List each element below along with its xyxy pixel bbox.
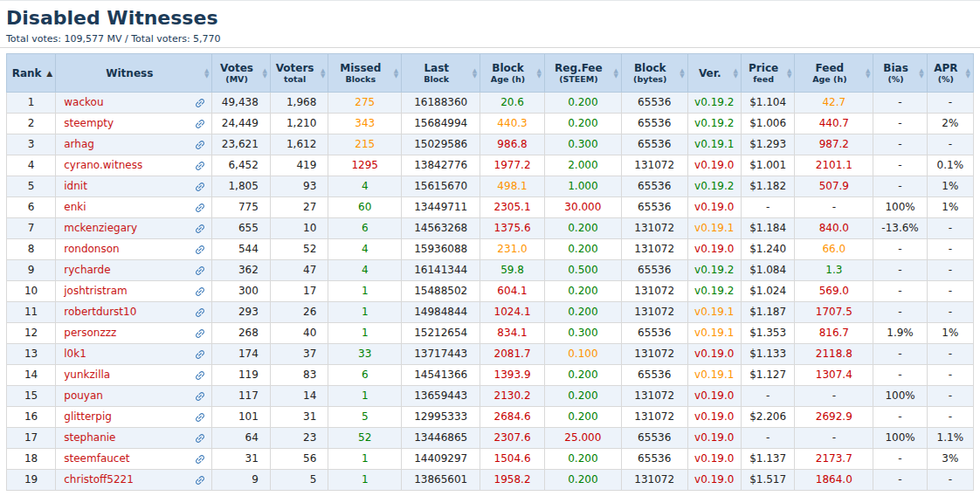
witness-chain-link-icon[interactable] [191, 409, 209, 426]
cell-block_age: 1977.2 [480, 155, 545, 176]
witness-name-link[interactable]: arhag [64, 138, 94, 151]
cell-feed_age: 2173.7 [795, 449, 873, 470]
table-row: 1wackou49,4381,9682751618836020.60.20065… [7, 93, 974, 114]
witness-name-link[interactable]: rycharde [64, 264, 110, 277]
cell-block_bytes: 131072 [621, 386, 687, 407]
cell-block_bytes: 131072 [621, 470, 687, 491]
column-header-apr[interactable]: APR(%)▲▼ [927, 54, 973, 93]
witness-chain-link-icon[interactable] [191, 136, 209, 154]
column-header-missed[interactable]: MissedBlocks▲▼ [328, 54, 402, 93]
column-header-voters[interactable]: Voterstotal▲▼ [270, 54, 328, 93]
witness-chain-link-icon[interactable] [191, 178, 209, 196]
witness-name-link[interactable]: robertdurst10 [64, 306, 136, 319]
cell-block_age: 1504.6 [480, 449, 545, 470]
witness-name-link[interactable]: wackou [64, 96, 103, 109]
cell-last_block: 14984844 [402, 302, 480, 323]
witness-name-link[interactable]: steemfaucet [64, 452, 129, 465]
cell-voters: 23 [270, 428, 328, 449]
witness-name-link[interactable]: rondonson [64, 243, 119, 256]
cell-feed_age: 2692.9 [795, 407, 873, 428]
column-sublabel: (STEEM) [548, 74, 610, 84]
cell-voters: 1,612 [270, 134, 328, 155]
witness-chain-link-icon[interactable] [191, 220, 209, 238]
column-header-votes[interactable]: Votes(MV)▲▼ [212, 54, 271, 93]
witness-chain-link-icon[interactable] [191, 367, 209, 384]
witness-name-link[interactable]: christoff5221 [64, 473, 134, 486]
cell-price_feed: $1.240 [741, 239, 794, 260]
witness-name-link[interactable]: pouyan [64, 389, 103, 403]
column-header-price_feed[interactable]: Pricefeed▲▼ [741, 54, 794, 93]
witness-name-link[interactable]: cyrano.witness [64, 159, 142, 172]
witness-chain-link-icon[interactable] [191, 472, 209, 489]
column-header-witness[interactable]: Witness▲▼ [56, 54, 212, 93]
witness-name-link[interactable]: l0k1 [64, 348, 86, 361]
column-header-block_age[interactable]: BlockAge (h)▲▼ [480, 54, 545, 93]
column-label: Rank [10, 67, 44, 79]
witness-chain-link-icon[interactable] [191, 157, 209, 175]
column-header-version[interactable]: Ver.▲▼ [687, 54, 741, 93]
cell-feed_age: 1.3 [795, 260, 873, 281]
table-row: 13l0k11743733137174432081.70.100131072v0… [7, 344, 974, 365]
cell-missed: 1 [328, 386, 402, 407]
cell-bias: - [873, 407, 927, 428]
witness-chain-link-icon[interactable] [191, 346, 209, 363]
column-header-feed_age[interactable]: FeedAge (h)▲▼ [795, 54, 873, 93]
cell-missed: 275 [328, 93, 402, 114]
cell-reg_fee: 0.300 [544, 134, 621, 155]
cell-version: v0.19.1 [687, 302, 741, 323]
witness-chain-link-icon[interactable] [191, 451, 209, 468]
cell-voters: 31 [270, 407, 328, 428]
cell-feed_age: - [795, 386, 873, 407]
witness-name-link[interactable]: mckenziegary [64, 222, 137, 235]
cell-reg_fee: 2.000 [544, 155, 621, 176]
cell-bias: - [873, 260, 927, 281]
witness-chain-link-icon[interactable] [191, 430, 209, 447]
witness-chain-link-icon[interactable] [191, 199, 209, 217]
column-header-bias[interactable]: Bias(%)▲▼ [873, 54, 927, 93]
totals-summary: Total votes: 109,577 MV / Total voters: … [6, 33, 974, 45]
cell-missed: 1295 [328, 155, 402, 176]
witness-name-link[interactable]: stephanie [64, 431, 115, 444]
witness-chain-link-icon[interactable] [191, 241, 209, 258]
cell-version: v0.19.0 [687, 386, 741, 407]
cell-bias: - [873, 239, 927, 260]
witness-chain-link-icon[interactable] [191, 325, 209, 342]
sort-both-icon: ▲▼ [321, 68, 325, 79]
witness-name-link[interactable]: yunkzilla [64, 369, 110, 382]
witness-cell: yunkzilla [61, 369, 206, 382]
cell-rank: 18 [7, 449, 56, 470]
witness-name-link[interactable]: glitterpig [64, 410, 112, 424]
cell-rank: 19 [7, 470, 56, 491]
column-header-block_bytes[interactable]: Block(bytes)▲▼ [621, 54, 687, 93]
witness-name-link[interactable]: joshtristram [64, 285, 127, 298]
cell-witness: pouyan [56, 386, 212, 407]
cell-price_feed: $1.024 [741, 281, 794, 302]
witness-chain-link-icon[interactable] [191, 262, 209, 279]
witness-chain-link-icon[interactable] [191, 388, 209, 405]
cell-version: v0.19.2 [687, 114, 741, 134]
witness-name-link[interactable]: personzzz [64, 327, 116, 340]
cell-reg_fee: 0.200 [544, 114, 621, 134]
witness-chain-link-icon[interactable] [191, 94, 209, 112]
cell-last_block: 13446865 [402, 428, 480, 449]
column-header-rank[interactable]: Rank▲ [7, 54, 56, 93]
cell-version: v0.19.2 [687, 281, 741, 302]
witness-name-link[interactable]: idnit [64, 180, 87, 193]
column-header-reg_fee[interactable]: Reg.Fee(STEEM)▲▼ [544, 54, 621, 93]
witness-chain-link-icon[interactable] [191, 304, 209, 321]
witness-chain-link-icon[interactable] [191, 283, 209, 300]
witness-chain-link-icon[interactable] [191, 115, 209, 133]
cell-voters: 5 [270, 470, 328, 491]
cell-witness: glitterpig [56, 407, 212, 428]
cell-version: v0.19.0 [687, 449, 741, 470]
cell-block_bytes: 131072 [621, 281, 687, 302]
witness-name-link[interactable]: enki [64, 201, 86, 214]
cell-witness: mckenziegary [56, 218, 212, 239]
cell-version: v0.19.0 [687, 197, 741, 218]
cell-missed: 5 [328, 407, 402, 428]
column-header-last_block[interactable]: LastBlock▲▼ [402, 54, 480, 93]
cell-reg_fee: 0.200 [544, 386, 621, 407]
cell-votes: 174 [212, 344, 271, 365]
witness-name-link[interactable]: steempty [64, 117, 114, 130]
cell-missed: 33 [328, 344, 402, 365]
